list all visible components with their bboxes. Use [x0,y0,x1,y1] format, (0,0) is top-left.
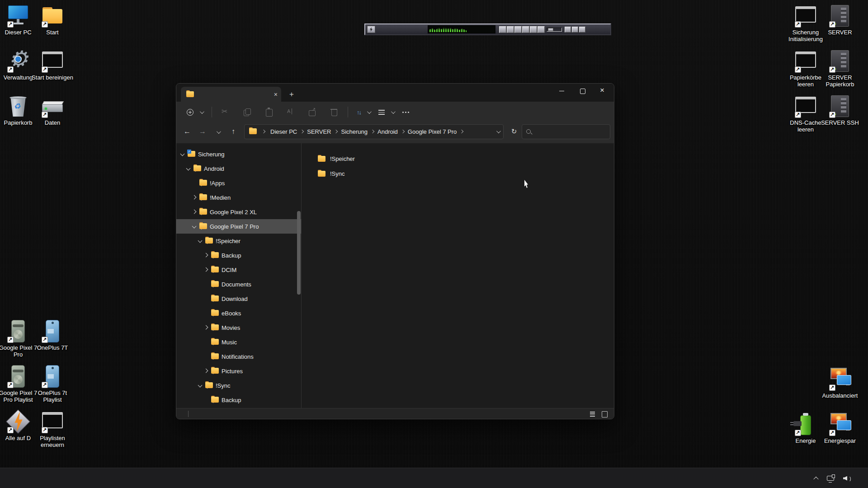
winamp-transport-button-stop[interactable] [522,26,529,33]
maximize-button[interactable] [572,84,593,99]
cut-icon[interactable] [220,107,231,117]
expander-icon[interactable] [203,367,210,375]
paste-icon[interactable] [264,107,274,117]
desktop-icon-papierkorb[interactable]: Papierkorb [1,94,35,139]
desktop-icon-start[interactable]: Start [35,4,70,49]
copy-icon[interactable] [242,107,253,117]
recent-locations-button[interactable] [211,124,225,139]
tree-item[interactable]: ✓ eBooks [176,306,301,320]
expander-icon[interactable] [191,223,198,230]
expander-icon[interactable] [197,237,204,244]
search-box[interactable] [522,124,610,139]
winamp-transport-button-pause[interactable] [514,26,522,33]
tree-scrollbar-thumb[interactable] [297,211,301,295]
expander-icon[interactable] [191,194,198,201]
tree-item[interactable]: ✓ Google Pixel 7 Pro [176,219,301,234]
file-item-!Sync[interactable]: !Sync [317,166,349,181]
desktop-icon-sicherung-initialisierung[interactable]: Sicherung Initialisierung [788,4,823,49]
explorer-tab[interactable]: × [181,87,281,102]
tree-item[interactable]: ✓ !Medien [176,190,301,205]
forward-button[interactable]: → [195,124,210,139]
winamp-transport-button-next[interactable] [530,26,537,33]
tree-item[interactable]: ✓ Download [176,291,301,306]
desktop-icon-dieser-pc[interactable]: Dieser PC [1,4,35,49]
desktop-icon-oneplus-7t[interactable]: OnePlus 7T [35,319,70,364]
tree-item[interactable]: ✓ Music [176,335,301,349]
desktop-icon-google-pixel-7-pro[interactable]: Google Pixel 7 Pro [1,319,35,364]
expander-icon[interactable] [203,396,210,404]
desktop-icon-verwaltung[interactable]: Verwaltung [1,49,35,94]
breadcrumb-item[interactable]: Android [375,127,401,136]
tree-item[interactable]: ✓ Google Pixel 2 XL [176,205,301,219]
breadcrumb-item[interactable]: Dieser PC [268,127,300,136]
desktop-icon-energie[interactable]: Energie [788,412,823,457]
more-options-button[interactable] [398,108,414,116]
expander-icon[interactable] [185,165,193,172]
large-icons-view-icon[interactable] [600,410,609,418]
expander-icon[interactable] [203,295,210,302]
desktop-icon-server-ssh[interactable]: SERVER SSH [823,94,857,139]
breadcrumb-item[interactable]: Sicherung [338,127,370,136]
expander-icon[interactable] [203,324,210,331]
expander-icon[interactable] [179,150,187,158]
clock-button[interactable] [857,470,864,487]
address-bar[interactable]: Dieser PC SERVER Sicherung Android [244,124,504,139]
tab-close-icon[interactable]: × [274,91,278,98]
desktop-icon-playlisten-erneuern[interactable]: Playlisten erneuern [35,409,70,455]
file-item-!Speicher[interactable]: !Speicher [317,151,359,166]
tree-item[interactable]: ✓ Notifications [176,349,301,364]
expander-icon[interactable] [203,353,210,360]
tree-item[interactable]: ✓ Documents [176,277,301,291]
winamp-window-button-minimize[interactable] [572,27,578,33]
search-input[interactable] [534,128,607,135]
back-button[interactable]: ← [180,124,194,139]
expander-icon[interactable] [203,338,210,346]
sort-button[interactable]: ↑↓ [353,106,374,118]
tree-item[interactable]: ✓ Android [176,161,301,176]
tree-item[interactable]: ✓ Pictures [176,364,301,378]
winamp-transport-button-eject[interactable] [538,26,545,33]
desktop-icon-ausbalanciert[interactable]: Ausbalanciert [823,367,857,412]
winamp-volume-slider[interactable] [547,28,562,32]
breadcrumb-item[interactable]: SERVER [304,127,334,136]
tree-item[interactable]: ✓ !Speicher [176,234,301,248]
minimize-button[interactable] [552,84,572,99]
tree-item[interactable]: ✓ Sicherung [176,147,301,161]
hidden-icons-button[interactable] [811,470,821,487]
winamp-window-button-shade-toggle[interactable] [565,27,571,33]
expander-icon[interactable] [203,281,210,288]
expander-icon[interactable] [191,208,198,216]
winamp-window-button-close[interactable] [579,27,585,33]
details-view-icon[interactable] [589,410,597,418]
address-dropdown-icon[interactable] [496,129,501,133]
share-icon[interactable] [307,107,318,117]
winamp-slider-knob[interactable] [548,28,553,31]
winamp-transport-button-play[interactable] [507,26,514,33]
expander-icon[interactable] [197,382,204,389]
rename-icon[interactable] [285,107,296,117]
desktop-icon-daten[interactable]: Daten [35,94,70,139]
tree-item[interactable]: ✓ !Sync [176,378,301,393]
tree-item[interactable]: ✓ Backup [176,393,301,407]
view-button[interactable] [374,107,398,117]
network-tray-button[interactable] [824,470,837,487]
winamp-transport-button-previous[interactable] [499,26,506,33]
desktop-icon-oneplus-7t-playlist[interactable]: OnePlus 7t Playlist [35,364,70,409]
volume-tray-button[interactable] [840,470,854,487]
new-tab-button[interactable]: + [289,90,294,99]
expander-icon[interactable] [203,252,210,259]
tree-item[interactable]: ✓ !Apps [176,176,301,190]
expander-icon[interactable] [191,179,198,187]
desktop-icon-dns-cache-leeren[interactable]: DNS-Cache leeren [788,94,823,139]
up-button[interactable]: ↑ [226,124,241,139]
new-button[interactable] [183,106,207,118]
close-button[interactable] [593,84,614,99]
refresh-button[interactable]: ↻ [507,125,521,138]
tree-item[interactable]: ✓ DCIM [176,263,301,277]
desktop-icon-server-papierkorb[interactable]: SERVER Papierkorb [823,49,857,94]
desktop-icon-server[interactable]: SERVER [823,4,857,49]
tree-item[interactable]: ✓ Backup [176,248,301,263]
winamp-logo-icon[interactable] [367,26,375,33]
expander-icon[interactable] [203,266,210,273]
delete-icon[interactable] [329,107,340,117]
